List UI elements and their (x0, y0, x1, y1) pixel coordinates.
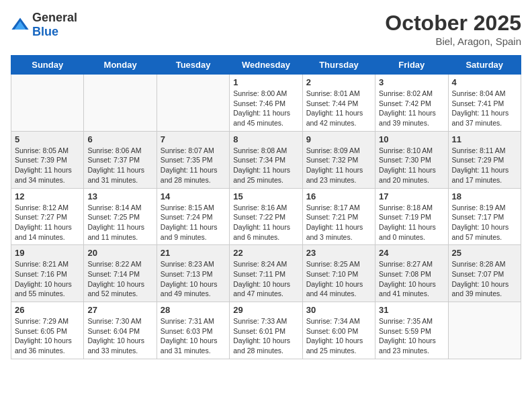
day-info: Sunrise: 7:30 AMSunset: 6:04 PMDaylight:… (87, 316, 152, 356)
day-number: 3 (379, 77, 444, 87)
calendar-cell (448, 302, 521, 359)
day-number: 26 (15, 305, 80, 315)
day-info: Sunrise: 8:01 AMSunset: 7:44 PMDaylight:… (306, 89, 371, 128)
day-number: 15 (233, 191, 298, 201)
calendar-cell: 25Sunrise: 8:28 AMSunset: 7:07 PMDayligh… (448, 245, 521, 302)
calendar-cell: 7Sunrise: 8:07 AMSunset: 7:35 PMDaylight… (157, 131, 229, 188)
day-number: 7 (161, 134, 226, 144)
calendar-cell: 18Sunrise: 8:19 AMSunset: 7:17 PMDayligh… (448, 188, 521, 245)
day-number: 2 (306, 77, 371, 87)
calendar-cell: 20Sunrise: 8:22 AMSunset: 7:14 PMDayligh… (84, 245, 157, 302)
day-number: 27 (87, 305, 152, 315)
calendar-week-1: 1Sunrise: 8:00 AMSunset: 7:46 PMDaylight… (11, 75, 521, 132)
calendar-cell: 2Sunrise: 8:01 AMSunset: 7:44 PMDaylight… (302, 75, 375, 132)
day-info: Sunrise: 8:12 AMSunset: 7:27 PMDaylight:… (15, 203, 80, 242)
calendar-cell: 22Sunrise: 8:24 AMSunset: 7:11 PMDayligh… (230, 245, 302, 302)
header: General Blue October 2025 Biel, Aragon, … (11, 11, 521, 47)
day-number: 9 (306, 134, 371, 144)
day-info: Sunrise: 8:11 AMSunset: 7:29 PMDaylight:… (452, 146, 517, 185)
location-title: Biel, Aragon, Spain (385, 36, 521, 47)
calendar-cell: 6Sunrise: 8:06 AMSunset: 7:37 PMDaylight… (84, 131, 157, 188)
calendar-cell: 28Sunrise: 7:31 AMSunset: 6:03 PMDayligh… (157, 302, 229, 359)
calendar-cell: 31Sunrise: 7:35 AMSunset: 5:59 PMDayligh… (375, 302, 448, 359)
day-number: 11 (452, 134, 517, 144)
calendar-cell: 16Sunrise: 8:17 AMSunset: 7:21 PMDayligh… (302, 188, 375, 245)
calendar: SundayMondayTuesdayWednesdayThursdayFrid… (11, 55, 521, 359)
day-info: Sunrise: 8:25 AMSunset: 7:10 PMDaylight:… (306, 259, 371, 299)
day-info: Sunrise: 8:07 AMSunset: 7:35 PMDaylight:… (161, 146, 226, 185)
day-info: Sunrise: 8:27 AMSunset: 7:08 PMDaylight:… (379, 259, 444, 299)
calendar-cell: 23Sunrise: 8:25 AMSunset: 7:10 PMDayligh… (302, 245, 375, 302)
day-number: 4 (452, 77, 517, 87)
logo-blue: Blue (32, 25, 58, 38)
day-info: Sunrise: 8:06 AMSunset: 7:37 PMDaylight:… (87, 146, 152, 185)
day-number: 12 (15, 191, 80, 201)
weekday-header-friday: Friday (375, 56, 448, 75)
day-info: Sunrise: 8:14 AMSunset: 7:25 PMDaylight:… (87, 203, 152, 242)
calendar-week-4: 19Sunrise: 8:21 AMSunset: 7:16 PMDayligh… (11, 245, 521, 302)
calendar-cell: 10Sunrise: 8:10 AMSunset: 7:30 PMDayligh… (375, 131, 448, 188)
calendar-cell: 8Sunrise: 8:08 AMSunset: 7:34 PMDaylight… (230, 131, 302, 188)
day-info: Sunrise: 8:09 AMSunset: 7:32 PMDaylight:… (306, 146, 371, 185)
day-number: 17 (379, 191, 444, 201)
weekday-header-tuesday: Tuesday (157, 56, 229, 75)
calendar-cell (11, 75, 84, 132)
logo-icon (11, 15, 30, 34)
weekday-header-sunday: Sunday (11, 56, 84, 75)
calendar-cell (84, 75, 157, 132)
weekday-header-saturday: Saturday (448, 56, 521, 75)
day-number: 10 (379, 134, 444, 144)
calendar-week-3: 12Sunrise: 8:12 AMSunset: 7:27 PMDayligh… (11, 188, 521, 245)
day-info: Sunrise: 8:02 AMSunset: 7:42 PMDaylight:… (379, 89, 444, 128)
day-info: Sunrise: 8:10 AMSunset: 7:30 PMDaylight:… (379, 146, 444, 185)
day-number: 21 (161, 248, 226, 258)
day-info: Sunrise: 7:31 AMSunset: 6:03 PMDaylight:… (161, 316, 226, 356)
day-number: 13 (87, 191, 152, 201)
day-number: 20 (87, 248, 152, 258)
day-number: 22 (233, 248, 298, 258)
day-number: 19 (15, 248, 80, 258)
day-info: Sunrise: 8:19 AMSunset: 7:17 PMDaylight:… (452, 203, 517, 242)
day-number: 8 (233, 134, 298, 144)
day-info: Sunrise: 7:35 AMSunset: 5:59 PMDaylight:… (379, 316, 444, 356)
calendar-cell: 26Sunrise: 7:29 AMSunset: 6:05 PMDayligh… (11, 302, 84, 359)
day-info: Sunrise: 8:18 AMSunset: 7:19 PMDaylight:… (379, 203, 444, 242)
day-info: Sunrise: 8:15 AMSunset: 7:24 PMDaylight:… (161, 203, 226, 242)
day-info: Sunrise: 8:08 AMSunset: 7:34 PMDaylight:… (233, 146, 298, 185)
calendar-body: 1Sunrise: 8:00 AMSunset: 7:46 PMDaylight… (11, 75, 521, 359)
day-info: Sunrise: 7:29 AMSunset: 6:05 PMDaylight:… (15, 316, 80, 356)
calendar-cell: 29Sunrise: 7:33 AMSunset: 6:01 PMDayligh… (230, 302, 302, 359)
day-number: 29 (233, 305, 298, 315)
calendar-cell: 1Sunrise: 8:00 AMSunset: 7:46 PMDaylight… (230, 75, 302, 132)
day-number: 18 (452, 191, 517, 201)
logo-general: General (32, 11, 77, 24)
day-number: 16 (306, 191, 371, 201)
calendar-cell: 27Sunrise: 7:30 AMSunset: 6:04 PMDayligh… (84, 302, 157, 359)
calendar-cell: 3Sunrise: 8:02 AMSunset: 7:42 PMDaylight… (375, 75, 448, 132)
calendar-cell: 21Sunrise: 8:23 AMSunset: 7:13 PMDayligh… (157, 245, 229, 302)
calendar-cell: 19Sunrise: 8:21 AMSunset: 7:16 PMDayligh… (11, 245, 84, 302)
day-number: 1 (233, 77, 298, 87)
weekday-header-row: SundayMondayTuesdayWednesdayThursdayFrid… (11, 56, 521, 75)
day-info: Sunrise: 8:16 AMSunset: 7:22 PMDaylight:… (233, 203, 298, 242)
day-number: 14 (161, 191, 226, 201)
weekday-header-monday: Monday (84, 56, 157, 75)
calendar-cell: 24Sunrise: 8:27 AMSunset: 7:08 PMDayligh… (375, 245, 448, 302)
calendar-cell: 30Sunrise: 7:34 AMSunset: 6:00 PMDayligh… (302, 302, 375, 359)
calendar-cell (157, 75, 229, 132)
day-info: Sunrise: 8:23 AMSunset: 7:13 PMDaylight:… (161, 259, 226, 299)
calendar-week-5: 26Sunrise: 7:29 AMSunset: 6:05 PMDayligh… (11, 302, 521, 359)
day-info: Sunrise: 7:33 AMSunset: 6:01 PMDaylight:… (233, 316, 298, 356)
calendar-cell: 14Sunrise: 8:15 AMSunset: 7:24 PMDayligh… (157, 188, 229, 245)
calendar-cell: 17Sunrise: 8:18 AMSunset: 7:19 PMDayligh… (375, 188, 448, 245)
calendar-cell: 15Sunrise: 8:16 AMSunset: 7:22 PMDayligh… (230, 188, 302, 245)
calendar-cell: 11Sunrise: 8:11 AMSunset: 7:29 PMDayligh… (448, 131, 521, 188)
day-number: 25 (452, 248, 517, 258)
day-number: 31 (379, 305, 444, 315)
calendar-cell: 4Sunrise: 8:04 AMSunset: 7:41 PMDaylight… (448, 75, 521, 132)
title-block: October 2025 Biel, Aragon, Spain (385, 11, 521, 47)
day-number: 30 (306, 305, 371, 315)
weekday-header-thursday: Thursday (302, 56, 375, 75)
calendar-cell: 12Sunrise: 8:12 AMSunset: 7:27 PMDayligh… (11, 188, 84, 245)
day-number: 28 (161, 305, 226, 315)
